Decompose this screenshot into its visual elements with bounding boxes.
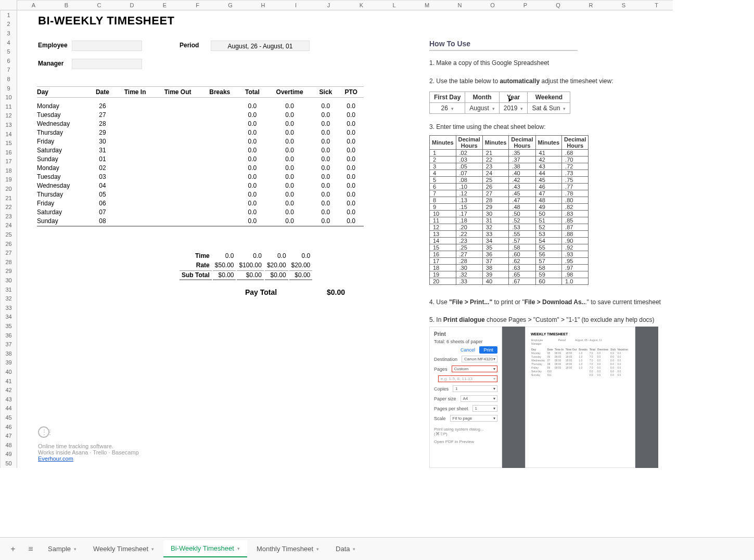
print-paper-select[interactable]: A4 <box>461 395 497 402</box>
row-header[interactable]: 11 <box>0 102 17 111</box>
row-header[interactable]: 7 <box>0 66 17 75</box>
row-header[interactable]: 9 <box>0 84 17 93</box>
config-table[interactable]: First DayMonthYearWeekend26August2019Sat… <box>429 92 570 114</box>
row-header[interactable]: 18 <box>0 166 17 175</box>
timesheet-row[interactable]: Saturday310.00.00.00.0 <box>37 146 364 155</box>
config-dropdown[interactable]: 26 <box>430 103 465 114</box>
column-header[interactable]: M <box>411 0 443 10</box>
row-header[interactable]: 19 <box>0 175 17 185</box>
row-header[interactable]: 39 <box>0 358 17 368</box>
row-header[interactable]: 31 <box>0 285 17 294</box>
column-header[interactable]: H <box>247 0 279 10</box>
timesheet-row[interactable]: Tuesday270.00.00.00.0 <box>37 111 364 120</box>
print-scale-select[interactable]: Fit to page <box>450 415 497 422</box>
row-header[interactable]: 24 <box>0 221 17 230</box>
employee-input[interactable] <box>72 41 142 51</box>
print-cancel-button[interactable]: Cancel <box>457 346 478 354</box>
period-input[interactable]: August, 26 - August, 01 <box>211 41 310 51</box>
column-header[interactable]: N <box>443 0 476 10</box>
print-pps-select[interactable]: 1 <box>472 405 497 412</box>
row-header[interactable]: 42 <box>0 385 17 395</box>
row-header[interactable]: 14 <box>0 129 17 139</box>
row-header[interactable]: 26 <box>0 239 17 249</box>
row-header[interactable]: 46 <box>0 422 17 432</box>
timesheet-row[interactable]: Monday260.00.00.00.0 <box>37 102 364 111</box>
row-header[interactable]: 29 <box>0 267 17 276</box>
grid-corner[interactable] <box>0 0 17 10</box>
column-header[interactable]: R <box>574 0 607 10</box>
timesheet-row[interactable]: Wednesday040.00.00.00.0 <box>37 181 364 190</box>
row-header[interactable]: 50 <box>0 459 17 468</box>
print-button[interactable]: Print <box>479 346 497 354</box>
config-dropdown[interactable]: August <box>465 103 499 114</box>
column-header[interactable]: Q <box>542 0 574 10</box>
row-header[interactable]: 28 <box>0 257 17 267</box>
timesheet-row[interactable]: Thursday050.00.00.00.0 <box>37 190 364 199</box>
timesheet-row[interactable]: Saturday070.00.00.00.0 <box>37 208 364 217</box>
column-header[interactable]: L <box>378 0 411 10</box>
print-destination-select[interactable]: Canon MF4320 <box>462 356 497 362</box>
row-header[interactable]: 33 <box>0 303 17 312</box>
row-header[interactable]: 6 <box>0 56 17 66</box>
row-header[interactable]: 27 <box>0 248 17 257</box>
manager-input[interactable] <box>72 59 142 69</box>
timesheet-row[interactable]: Sunday010.00.00.00.0 <box>37 155 364 164</box>
row-header[interactable]: 45 <box>0 413 17 422</box>
column-header[interactable]: F <box>181 0 214 10</box>
timesheet-row[interactable]: Wednesday280.00.00.00.0 <box>37 120 364 128</box>
row-header[interactable]: 3 <box>0 29 17 38</box>
row-header[interactable]: 20 <box>0 184 17 193</box>
row-header[interactable]: 47 <box>0 431 17 440</box>
row-header[interactable]: 35 <box>0 321 17 331</box>
row-header[interactable]: 36 <box>0 331 17 340</box>
row-header[interactable]: 32 <box>0 294 17 303</box>
row-header[interactable]: 10 <box>0 93 17 102</box>
row-header[interactable]: 15 <box>0 138 17 148</box>
print-copies-input[interactable]: 1 <box>453 385 497 392</box>
row-header[interactable]: 49 <box>0 450 17 459</box>
column-header[interactable]: C <box>83 0 116 10</box>
timesheet-table[interactable]: DayDateTime InTime OutBreaksTotalOvertim… <box>37 86 364 227</box>
row-header[interactable]: 17 <box>0 157 17 166</box>
column-header[interactable]: B <box>50 0 83 10</box>
column-header[interactable]: S <box>607 0 640 10</box>
config-dropdown[interactable]: Sat & Sun <box>528 103 570 114</box>
print-pages-select[interactable]: Custom <box>452 366 497 372</box>
row-header[interactable]: 38 <box>0 349 17 358</box>
row-header[interactable]: 30 <box>0 276 17 285</box>
column-header[interactable]: T <box>640 0 673 10</box>
column-header[interactable]: P <box>509 0 542 10</box>
row-header[interactable]: 22 <box>0 202 17 212</box>
column-header[interactable]: O <box>476 0 509 10</box>
timesheet-row[interactable]: Sunday080.00.00.00.0 <box>37 217 364 226</box>
row-header[interactable]: 2 <box>0 20 17 29</box>
row-header[interactable]: 16 <box>0 148 17 157</box>
column-header[interactable]: A <box>17 0 50 10</box>
row-header[interactable]: 12 <box>0 111 17 121</box>
row-header[interactable]: 43 <box>0 395 17 404</box>
row-header[interactable]: 41 <box>0 376 17 386</box>
column-header[interactable]: J <box>312 0 345 10</box>
row-header[interactable]: 13 <box>0 120 17 129</box>
timesheet-row[interactable]: Friday060.00.00.00.0 <box>37 199 364 208</box>
row-header[interactable]: 37 <box>0 340 17 349</box>
row-header[interactable]: 21 <box>0 193 17 203</box>
row-header[interactable]: 1 <box>0 10 17 20</box>
row-header[interactable]: 48 <box>0 440 17 450</box>
row-header[interactable]: 40 <box>0 367 17 376</box>
everhour-link[interactable]: Everhour.com <box>38 455 73 462</box>
column-header[interactable]: E <box>148 0 181 10</box>
column-header[interactable]: I <box>279 0 312 10</box>
print-pages-input[interactable]: e.g. 1-5, 8, 11-13 <box>438 375 497 382</box>
row-header[interactable]: 4 <box>0 38 17 47</box>
timesheet-row[interactable]: Tuesday030.00.00.00.0 <box>37 173 364 181</box>
column-header[interactable]: K <box>345 0 378 10</box>
row-header[interactable]: 25 <box>0 230 17 239</box>
row-header[interactable]: 5 <box>0 47 17 56</box>
row-header[interactable]: 23 <box>0 212 17 221</box>
row-header[interactable]: 34 <box>0 312 17 322</box>
row-header[interactable]: 44 <box>0 404 17 413</box>
timesheet-row[interactable]: Thursday290.00.00.00.0 <box>37 128 364 137</box>
timesheet-row[interactable]: Monday020.00.00.00.0 <box>37 164 364 173</box>
column-header[interactable]: D <box>116 0 148 10</box>
